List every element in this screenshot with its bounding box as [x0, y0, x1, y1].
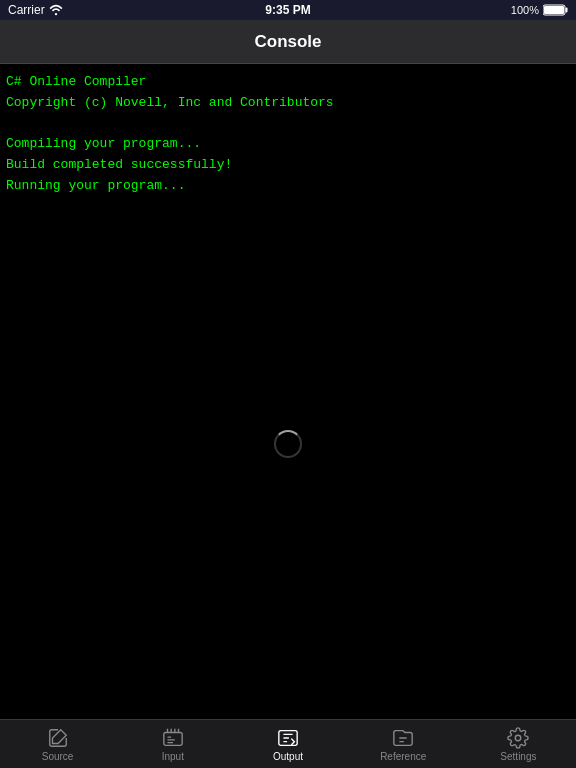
loading-spinner-container — [274, 430, 302, 458]
svg-rect-3 — [544, 6, 564, 14]
status-left: Carrier — [8, 3, 63, 17]
wifi-icon — [49, 3, 63, 17]
reference-label: Reference — [380, 751, 426, 762]
source-label: Source — [42, 751, 74, 762]
tab-output[interactable]: Output — [230, 720, 345, 768]
status-bar: Carrier 9:35 PM 100% — [0, 0, 576, 20]
tab-settings[interactable]: Settings — [461, 720, 576, 768]
output-label: Output — [273, 751, 303, 762]
nav-bar: Console — [0, 20, 576, 64]
output-icon — [277, 727, 299, 749]
svg-point-0 — [55, 13, 57, 15]
input-icon — [162, 727, 184, 749]
status-right: 100% — [511, 4, 568, 16]
console-area: C# Online Compiler Copyright (c) Novell,… — [0, 64, 576, 719]
battery-icon — [543, 4, 568, 16]
status-time: 9:35 PM — [265, 3, 310, 17]
battery-label: 100% — [511, 4, 539, 16]
tab-bar: Source Input Output — [0, 719, 576, 768]
nav-title: Console — [254, 32, 321, 52]
source-icon — [47, 727, 69, 749]
input-label: Input — [162, 751, 184, 762]
svg-rect-2 — [566, 8, 568, 13]
reference-icon — [392, 727, 414, 749]
tab-reference[interactable]: Reference — [346, 720, 461, 768]
carrier-label: Carrier — [8, 3, 45, 17]
settings-label: Settings — [500, 751, 536, 762]
tab-input[interactable]: Input — [115, 720, 230, 768]
tab-source[interactable]: Source — [0, 720, 115, 768]
settings-icon — [507, 727, 529, 749]
svg-rect-4 — [164, 732, 182, 745]
console-output: C# Online Compiler Copyright (c) Novell,… — [6, 72, 570, 197]
svg-point-6 — [516, 735, 522, 741]
loading-spinner — [274, 430, 302, 458]
